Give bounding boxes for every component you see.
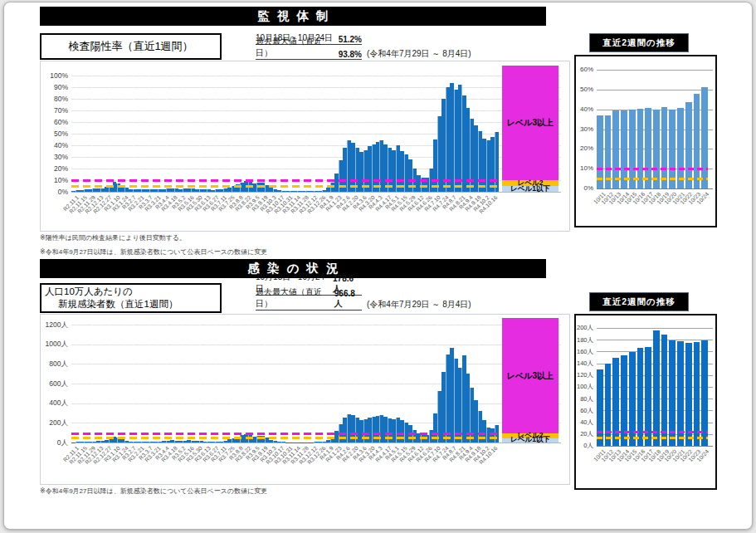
y-tick-label: 200人 xyxy=(576,324,593,332)
vertical-gridline xyxy=(158,76,159,192)
vertical-gridline xyxy=(273,76,274,192)
vertical-gridline xyxy=(495,76,495,192)
vertical-gridline xyxy=(124,76,125,192)
y-tick-label: 50% xyxy=(576,86,593,93)
level3-threshold-line xyxy=(597,168,708,170)
monitoring-section-banner: 監視体制 xyxy=(40,7,546,26)
vertical-gridline xyxy=(396,325,397,443)
vertical-gridline xyxy=(256,76,257,192)
vertical-gridline xyxy=(388,76,388,192)
vertical-gridline xyxy=(92,76,93,192)
y-tick-label: 60% xyxy=(41,118,68,126)
vertical-gridline xyxy=(109,76,110,192)
vertical-gridline xyxy=(404,325,405,443)
vertical-gridline xyxy=(100,325,101,443)
vertical-gridline xyxy=(470,325,471,443)
vertical-gridline xyxy=(281,76,282,192)
y-tick-label: 180人 xyxy=(576,336,593,345)
level3-band: レベル3以上 xyxy=(502,318,558,433)
vertical-gridline xyxy=(297,76,298,192)
vertical-gridline xyxy=(355,76,356,192)
vertical-gridline xyxy=(339,325,339,443)
y-tick-label: 120人 xyxy=(576,371,593,379)
y-tick-label: 10% xyxy=(41,176,68,184)
gridline xyxy=(71,443,561,443)
positivity-max-period-note: (令和4年7月29日 ～ 8月4日) xyxy=(367,48,471,60)
vertical-gridline xyxy=(446,325,446,443)
cases-max-row: 過去最大値（直近日） 966.8人 xyxy=(256,296,362,311)
level3-threshold-line xyxy=(71,433,499,435)
vertical-gridline xyxy=(470,76,471,192)
mini-chart-title-bottom: 直近2週間の推移 xyxy=(589,292,689,311)
vertical-gridline xyxy=(339,76,339,192)
vertical-gridline xyxy=(297,325,298,443)
y-tick-label: 60人 xyxy=(576,407,593,415)
vertical-gridline xyxy=(215,76,216,192)
vertical-gridline xyxy=(76,76,76,192)
y-tick-label: 90% xyxy=(41,83,68,91)
vertical-gridline xyxy=(437,325,438,443)
vertical-gridline xyxy=(396,76,397,192)
vertical-gridline xyxy=(429,325,430,443)
vertical-gridline xyxy=(290,325,290,443)
vertical-gridline xyxy=(314,325,315,443)
vertical-gridline xyxy=(256,325,257,443)
y-tick-label: 160人 xyxy=(576,348,593,356)
vertical-gridline xyxy=(183,325,183,443)
vertical-gridline xyxy=(412,325,413,443)
vertical-gridline xyxy=(223,76,224,192)
positivity-max-row: 過去最大値（直近日） 93.8% xyxy=(256,45,362,60)
y-tick-label: 1000人 xyxy=(41,340,68,350)
vertical-gridline xyxy=(166,76,167,192)
bar-series xyxy=(597,328,708,446)
bar xyxy=(597,369,603,446)
vertical-gridline xyxy=(412,76,413,192)
vertical-gridline xyxy=(191,76,192,192)
bar-series xyxy=(71,325,499,443)
positivity-metric-label-box: 検査陽性率（直近1週間） xyxy=(40,33,222,60)
positivity-recent2w-chart: 0%10%20%30%40%50%60%10/1110/1210/1310/14… xyxy=(574,55,717,227)
vertical-gridline xyxy=(372,76,373,192)
y-tick-label: 0% xyxy=(576,184,593,192)
vertical-gridline xyxy=(207,325,207,443)
level3-threshold-line xyxy=(71,179,499,182)
cases-summary-rows: 10月18日~ 10月24日 178.6人 過去最大値（直近日） 966.8人 xyxy=(256,281,362,311)
positivity-metric-label: 検査陽性率（直近1週間） xyxy=(41,39,220,54)
vertical-gridline xyxy=(495,325,495,443)
vertical-gridline xyxy=(379,325,380,443)
cases-max-period-note: (令和4年7月29日 ～ 8月4日) xyxy=(367,299,471,311)
bar xyxy=(701,87,708,188)
vertical-gridline xyxy=(388,325,388,443)
bar xyxy=(653,330,660,446)
vertical-gridline xyxy=(314,76,315,192)
positivity-summary-rows: 10月18日~ 10月24日 51.2% 過去最大値（直近日） 93.8% xyxy=(256,30,362,60)
bar xyxy=(661,107,668,188)
vertical-gridline xyxy=(248,76,249,192)
vertical-gridline xyxy=(421,325,422,443)
vertical-gridline xyxy=(454,76,455,192)
y-tick-label: 40人 xyxy=(576,418,593,427)
vertical-gridline xyxy=(461,76,462,192)
vertical-gridline xyxy=(199,76,200,192)
vertical-gridline xyxy=(347,76,348,192)
gridline xyxy=(597,446,713,447)
vertical-gridline xyxy=(133,76,134,192)
y-tick-label: 30% xyxy=(41,153,68,161)
gridline xyxy=(597,188,713,189)
vertical-gridline xyxy=(149,76,150,192)
vertical-gridline xyxy=(215,325,216,443)
vertical-gridline xyxy=(223,325,224,443)
vertical-gridline xyxy=(240,76,241,192)
vertical-gridline xyxy=(76,325,76,443)
cases-recent2w-chart: 0人20人40人60人80人100人120人140人160人180人200人10… xyxy=(574,314,717,490)
vertical-gridline xyxy=(117,325,118,443)
monitoring-section-title: 監視体制 xyxy=(251,8,336,24)
vertical-gridline xyxy=(454,325,455,443)
vertical-gridline xyxy=(92,325,93,443)
bar-series xyxy=(597,70,708,188)
y-tick-label: 0人 xyxy=(41,438,68,448)
bar xyxy=(694,94,700,188)
vertical-gridline xyxy=(363,325,364,443)
y-tick-label: 10% xyxy=(576,164,593,172)
bar xyxy=(605,364,612,446)
